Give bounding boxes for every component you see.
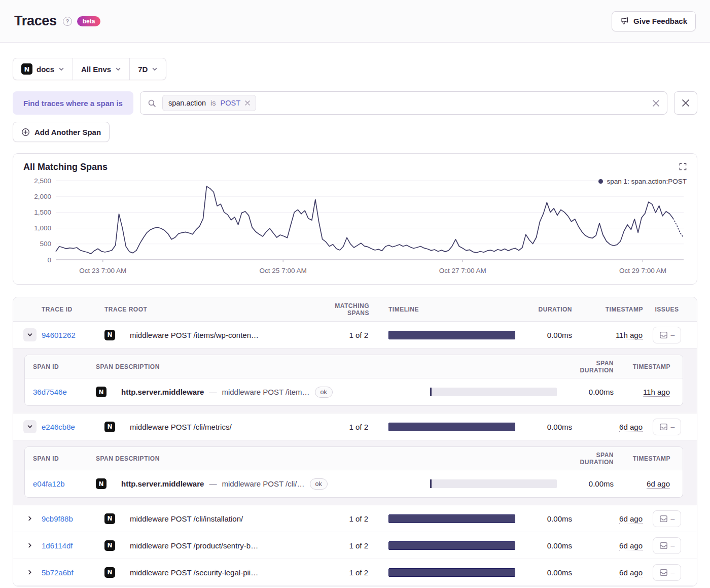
table-row[interactable]: 94601262 N middleware POST /items/wp-con…	[13, 322, 697, 349]
chevron-down-icon	[115, 66, 121, 72]
col-span-timestamp: TIMESTAMP	[618, 455, 674, 462]
trace-timestamp[interactable]: 6d ago	[619, 423, 643, 432]
nextjs-project-icon: N	[21, 63, 32, 75]
matching-spans-count: 1 of 2	[325, 568, 373, 577]
span-description: middleware POST /cli/…	[222, 479, 304, 488]
query-token-chip[interactable]: span.action is POST	[162, 95, 256, 111]
matching-spans-count: 1 of 2	[325, 331, 373, 339]
timeline-bar[interactable]	[388, 568, 515, 577]
trace-duration: 0.00ms	[520, 423, 576, 431]
timeline-bar[interactable]	[388, 331, 515, 339]
collapse-row-button[interactable]	[23, 328, 37, 341]
issues-button[interactable]: –	[653, 510, 681, 527]
span-search-box[interactable]: span.action is POST	[140, 91, 667, 115]
expand-row-button[interactable]	[23, 515, 37, 522]
clear-search-icon[interactable]	[652, 99, 660, 107]
megaphone-icon	[620, 17, 629, 25]
timeline-bar[interactable]	[388, 423, 515, 431]
col-timeline: TIMELINE	[373, 306, 520, 313]
col-duration: DURATION	[520, 306, 576, 313]
beta-badge: beta	[77, 16, 101, 26]
svg-text:500: 500	[40, 240, 51, 248]
span-row[interactable]: e04fa12b N http.server.middleware — midd…	[25, 470, 683, 497]
svg-text:1,000: 1,000	[34, 224, 51, 232]
trace-timestamp[interactable]: 6d ago	[619, 568, 643, 577]
col-span-timestamp: TIMESTAMP	[618, 363, 674, 370]
matching-spans-count: 1 of 2	[325, 423, 373, 431]
span-operation: http.server.middleware	[121, 388, 204, 396]
matching-spans-count: 1 of 2	[325, 514, 373, 523]
col-timestamp: TIMESTAMP	[576, 306, 647, 313]
col-matching-spans: MATCHING SPANS	[325, 302, 373, 317]
matching-spans-count: 1 of 2	[325, 541, 373, 550]
trace-timestamp[interactable]: 11h ago	[616, 331, 643, 340]
timeline-bar[interactable]	[388, 514, 515, 523]
nextjs-project-icon: N	[104, 540, 115, 551]
table-row[interactable]: e246cb8e N middleware POST /cli/metrics/…	[13, 413, 697, 440]
help-icon[interactable]: ?	[63, 17, 72, 26]
trace-id-link[interactable]: 94601262	[42, 331, 104, 339]
remove-span-filter-button[interactable]	[674, 91, 697, 115]
table-row[interactable]: 5b72a6bf N middleware POST /security-leg…	[13, 559, 697, 586]
add-another-span-button[interactable]: Add Another Span	[13, 122, 110, 142]
search-icon	[148, 99, 156, 108]
span-table-header-row: SPAN ID SPAN DESCRIPTION SPAN DURATION T…	[25, 355, 683, 378]
span-timestamp[interactable]: 6d ago	[647, 479, 670, 489]
span-status-badge: ok	[315, 387, 333, 398]
remove-token-icon[interactable]	[245, 100, 250, 106]
span-row[interactable]: 36d7546e N http.server.middleware — midd…	[25, 378, 683, 405]
collapse-row-button[interactable]	[23, 420, 37, 433]
project-selector[interactable]: N docs	[13, 58, 73, 80]
table-header-row: TRACE ID TRACE ROOT MATCHING SPANS TIMEL…	[13, 297, 697, 322]
span-timestamp[interactable]: 11h ago	[643, 388, 670, 397]
chart-legend[interactable]: span 1: span.action:POST	[598, 178, 687, 185]
nextjs-project-icon: N	[104, 422, 115, 432]
trace-root: middleware POST /security-legal-pii…	[130, 568, 325, 577]
span-table-header-row: SPAN ID SPAN DESCRIPTION SPAN DURATION T…	[25, 447, 683, 470]
trace-id-link[interactable]: 9cb9f88b	[42, 514, 104, 523]
span-timeline-bar[interactable]	[430, 388, 557, 396]
page-title: Traces	[14, 13, 57, 29]
trace-timestamp[interactable]: 6d ago	[619, 541, 643, 550]
timeline-bar[interactable]	[388, 541, 515, 550]
expanded-spans-section: SPAN ID SPAN DESCRIPTION SPAN DURATION T…	[13, 349, 697, 413]
matching-spans-chart-card: All Matching Spans span 1: span.action:P…	[13, 153, 697, 285]
nextjs-project-icon: N	[104, 513, 115, 524]
trace-id-link[interactable]: 5b72a6bf	[42, 568, 104, 577]
span-description: middleware POST /item…	[222, 388, 309, 396]
trace-duration: 0.00ms	[520, 331, 576, 339]
trace-timestamp[interactable]: 6d ago	[619, 514, 643, 524]
span-timeline-bar[interactable]	[430, 479, 557, 488]
trace-root: middleware POST /product/sentry-b…	[130, 541, 325, 550]
nextjs-project-icon: N	[104, 330, 115, 340]
trace-id-link[interactable]: e246cb8e	[42, 423, 104, 431]
svg-text:Oct 29 7:00 AM: Oct 29 7:00 AM	[619, 267, 666, 274]
table-row[interactable]: 9cb9f88b N middleware POST /cli/installa…	[13, 505, 697, 532]
col-trace-root: TRACE ROOT	[104, 306, 325, 313]
issues-count: –	[671, 423, 675, 431]
chevron-down-icon	[152, 66, 158, 72]
issues-button[interactable]: –	[653, 564, 681, 581]
page-filter-bar: N docs All Envs 7D	[13, 58, 166, 80]
chevron-down-icon	[58, 66, 64, 72]
span-operation: http.server.middleware	[121, 479, 204, 488]
span-id-link[interactable]: e04fa12b	[33, 479, 96, 488]
trace-id-link[interactable]: 1d6114df	[42, 541, 104, 550]
issues-button[interactable]: –	[653, 537, 681, 554]
nextjs-project-icon: N	[96, 478, 106, 489]
issues-button[interactable]: –	[653, 327, 681, 343]
spans-chart[interactable]: 05001,0001,5002,0002,500Oct 23 7:00 AMOc…	[23, 175, 687, 279]
svg-text:0: 0	[47, 256, 51, 264]
give-feedback-button[interactable]: Give Feedback	[612, 11, 696, 31]
date-range-selector[interactable]: 7D	[129, 58, 166, 80]
span-duration: 0.00ms	[562, 479, 618, 488]
table-row[interactable]: 1d6114df N middleware POST /product/sent…	[13, 532, 697, 559]
environment-selector[interactable]: All Envs	[73, 58, 129, 80]
expand-row-button[interactable]	[23, 542, 37, 548]
issues-button[interactable]: –	[653, 419, 681, 435]
search-input[interactable]	[262, 99, 646, 108]
page-header: Traces ? beta Give Feedback	[0, 0, 710, 43]
expand-row-button[interactable]	[23, 569, 37, 575]
fullscreen-icon[interactable]	[679, 163, 687, 170]
span-id-link[interactable]: 36d7546e	[33, 388, 96, 396]
